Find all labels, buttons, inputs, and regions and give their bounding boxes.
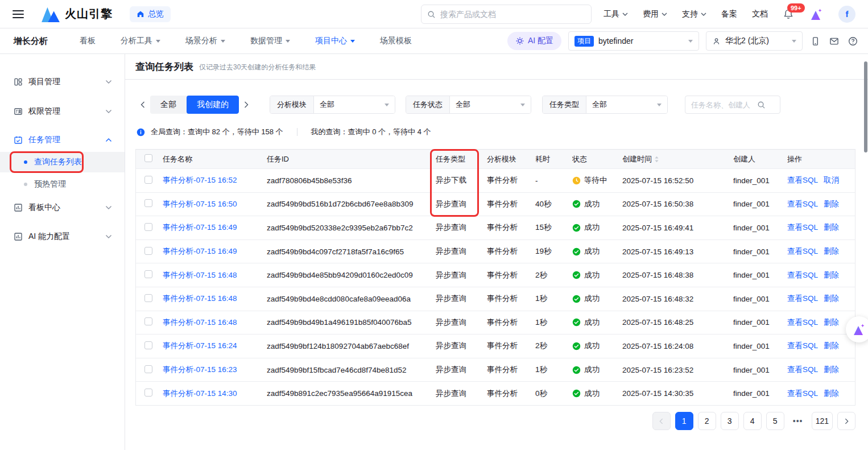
- pagination-ellipsis[interactable]: •••: [789, 412, 807, 430]
- row-checkbox[interactable]: [144, 365, 152, 373]
- nav-data-management[interactable]: 数据管理: [250, 36, 290, 46]
- region-selector[interactable]: 华北2 (北京): [706, 31, 803, 51]
- menu-tools[interactable]: 工具: [604, 9, 628, 19]
- row-checkbox[interactable]: [144, 199, 152, 207]
- pagination-page[interactable]: 1: [675, 412, 693, 430]
- mobile-console-button[interactable]: [809, 35, 821, 47]
- link-icp[interactable]: 备案: [721, 9, 737, 19]
- nav-scene-analysis[interactable]: 场景分析: [185, 36, 225, 46]
- tab-group: 全部 我创建的: [150, 96, 239, 114]
- row-checkbox[interactable]: [144, 223, 152, 231]
- action-row-op[interactable]: 删除: [824, 341, 839, 351]
- task-id: zadf549b9bf15fbcad7e46cd8f74be81d52: [267, 366, 436, 374]
- filter-analysis-module-select[interactable]: 全部: [314, 96, 395, 113]
- pagination-prev-button[interactable]: [652, 412, 671, 430]
- task-name-link[interactable]: 事件分析-07-15 16:49: [163, 223, 237, 232]
- action-row-op[interactable]: 删除: [824, 246, 839, 257]
- row-checkbox[interactable]: [144, 176, 152, 184]
- task-name-link[interactable]: 事件分析-07-15 16:23: [163, 365, 237, 374]
- help-button[interactable]: [847, 35, 859, 47]
- filter-task-status: 任务状态 全部: [406, 96, 531, 114]
- action-view-sql[interactable]: 查看SQL: [787, 317, 818, 328]
- sidebar-item-ai-capability-config[interactable]: AI 能力配置: [0, 226, 125, 247]
- action-row-op[interactable]: 删除: [824, 222, 839, 233]
- table-header: 任务名称 任务ID 任务类型 分析模块 耗时 状态 创建时间 创建人 操作: [136, 150, 855, 168]
- action-view-sql[interactable]: 查看SQL: [787, 389, 818, 399]
- action-view-sql[interactable]: 查看SQL: [787, 341, 818, 351]
- nav-project-center[interactable]: 项目中心: [315, 36, 355, 46]
- menu-billing[interactable]: 费用: [643, 9, 667, 19]
- action-view-sql[interactable]: 查看SQL: [787, 294, 818, 304]
- product-search-input[interactable]: [440, 10, 585, 19]
- messages-button[interactable]: [828, 35, 840, 47]
- filter-task-status-select[interactable]: 全部: [450, 96, 531, 113]
- task-name-link[interactable]: 事件分析-07-15 16:48: [163, 318, 237, 327]
- task-name-link[interactable]: 事件分析-07-15 16:24: [163, 341, 237, 350]
- ai-config-button[interactable]: AI 配置: [507, 32, 561, 50]
- pagination-next-button[interactable]: [837, 412, 855, 430]
- sidebar-item-dashboard-center[interactable]: 看板中心: [0, 197, 125, 218]
- task-id: zadf780806b45b8e53f36: [267, 176, 436, 185]
- sidebar-item-project-management[interactable]: 项目管理: [0, 72, 125, 92]
- action-row-op[interactable]: 删除: [824, 199, 839, 209]
- sort-icon[interactable]: [654, 156, 659, 163]
- ai-assistant-button[interactable]: [809, 7, 824, 21]
- action-row-op[interactable]: 删除: [824, 389, 839, 399]
- action-row-op[interactable]: 删除: [824, 294, 839, 304]
- action-view-sql[interactable]: 查看SQL: [787, 270, 818, 280]
- scrollbar[interactable]: [864, 61, 867, 152]
- tab-scroll-left-button[interactable]: [135, 96, 150, 114]
- action-view-sql[interactable]: 查看SQL: [787, 222, 818, 233]
- action-row-op[interactable]: 删除: [824, 365, 839, 375]
- filter-task-type-select[interactable]: 全部: [586, 96, 667, 113]
- row-checkbox[interactable]: [144, 247, 152, 255]
- action-view-sql[interactable]: 查看SQL: [787, 246, 818, 257]
- menu-toggle-button[interactable]: [13, 10, 24, 19]
- task-name-link[interactable]: 事件分析-07-15 16:48: [163, 294, 237, 303]
- sidebar-item-query-task-list[interactable]: 查询任务列表: [0, 152, 125, 172]
- nav-analysis-tools[interactable]: 分析工具: [121, 36, 160, 46]
- pagination-page[interactable]: 4: [743, 412, 762, 430]
- project-selector[interactable]: 项目 bytefinder: [568, 31, 699, 51]
- row-checkbox[interactable]: [144, 294, 152, 302]
- sidebar-item-preheat-management[interactable]: 预热管理: [0, 174, 125, 195]
- task-search-input[interactable]: [691, 101, 754, 109]
- volcengine-logo[interactable]: 火山引擎: [41, 6, 113, 22]
- task-name-link[interactable]: 事件分析-07-15 16:52: [163, 176, 237, 184]
- pagination-page[interactable]: 3: [721, 412, 739, 430]
- user-avatar[interactable]: f: [838, 6, 855, 23]
- row-checkbox[interactable]: [144, 389, 152, 397]
- action-view-sql[interactable]: 查看SQL: [787, 175, 818, 185]
- task-name-link[interactable]: 事件分析-07-15 16:49: [163, 247, 237, 255]
- nav-scene-templates[interactable]: 场景模板: [380, 36, 412, 46]
- tab-created-by-me[interactable]: 我创建的: [187, 96, 239, 114]
- floating-ai-assistant-button[interactable]: [846, 316, 868, 342]
- filter-label: 分析模块: [270, 96, 314, 113]
- action-row-op[interactable]: 删除: [824, 270, 839, 280]
- action-view-sql[interactable]: 查看SQL: [787, 365, 818, 375]
- task-name-link[interactable]: 事件分析-07-15 14:30: [163, 389, 237, 398]
- tab-all[interactable]: 全部: [150, 96, 187, 114]
- row-checkbox[interactable]: [144, 270, 152, 278]
- sidebar-item-permission-management[interactable]: 权限管理: [0, 101, 125, 122]
- overview-button[interactable]: 总览: [130, 6, 171, 22]
- row-checkbox[interactable]: [144, 317, 152, 325]
- pagination-page[interactable]: 2: [698, 412, 716, 430]
- task-name-link[interactable]: 事件分析-07-15 16:50: [163, 200, 237, 208]
- action-row-op[interactable]: 删除: [824, 317, 839, 328]
- header-duration: 耗时: [535, 154, 572, 164]
- notifications-button[interactable]: 99+: [783, 9, 794, 20]
- pagination-page[interactable]: 121: [812, 412, 833, 430]
- action-view-sql[interactable]: 查看SQL: [787, 199, 818, 209]
- nav-dashboard[interactable]: 看板: [80, 36, 96, 46]
- select-all-checkbox[interactable]: [144, 154, 152, 162]
- sidebar-item-task-management[interactable]: 任务管理: [0, 130, 125, 150]
- status-text: 成功: [584, 389, 600, 399]
- menu-support[interactable]: 支持: [682, 9, 706, 19]
- row-checkbox[interactable]: [144, 341, 152, 349]
- action-row-op[interactable]: 取消: [824, 175, 839, 185]
- tab-scroll-right-button[interactable]: [239, 96, 254, 114]
- link-docs[interactable]: 文档: [752, 9, 768, 19]
- pagination-page[interactable]: 5: [766, 412, 784, 430]
- task-name-link[interactable]: 事件分析-07-15 16:48: [163, 271, 237, 279]
